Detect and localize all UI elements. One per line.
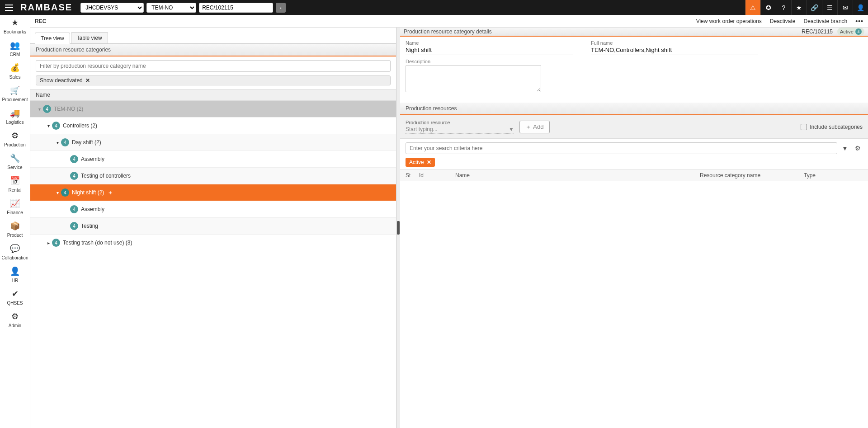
- status-badge: 4: [43, 105, 51, 113]
- plus-icon: ＋: [525, 123, 531, 131]
- active-filter-chip[interactable]: Active ✕: [406, 158, 435, 167]
- star-icon[interactable]: ★: [791, 0, 807, 15]
- nav-input[interactable]: [199, 3, 273, 13]
- sidebar-item-label: HR: [12, 278, 18, 283]
- user-icon[interactable]: 👤: [853, 0, 868, 15]
- nav-go-button[interactable]: ‹: [276, 3, 286, 13]
- tree-row[interactable]: ▾4TEM-NO (2): [30, 101, 396, 118]
- col-cat[interactable]: Resource category name: [700, 172, 804, 179]
- view-work-order-link[interactable]: View work order operations: [696, 18, 762, 24]
- list-icon[interactable]: ☰: [822, 0, 837, 15]
- resource-combo[interactable]: Production resource Start typing... ▼: [406, 120, 514, 134]
- sidebar-icon: 👤: [0, 266, 30, 276]
- more-actions-icon[interactable]: •••: [855, 18, 863, 25]
- sidebar-icon: ★: [0, 18, 30, 28]
- resource-search-input[interactable]: [406, 142, 837, 154]
- fullname-value: TEM-NO,Controllers,Night shift: [591, 47, 758, 55]
- tree-label: Controllers (2): [63, 122, 97, 129]
- sidebar-icon: 👥: [0, 40, 30, 50]
- tab-table-view[interactable]: Table view: [71, 32, 108, 43]
- alert-icon[interactable]: ⚠: [745, 0, 760, 15]
- col-id[interactable]: Id: [419, 172, 455, 179]
- sidebar-item-label: Product: [7, 233, 23, 238]
- sidebar-item-label: Rental: [9, 188, 22, 193]
- chevron-icon[interactable]: ▾: [55, 190, 60, 195]
- col-name[interactable]: Name: [455, 172, 700, 179]
- sidebar-item-service[interactable]: 🔧Service: [0, 151, 30, 173]
- description-textarea[interactable]: [406, 65, 541, 92]
- sidebar: ★Bookmarks👥CRM💰Sales🛒Procurement🚚Logisti…: [0, 15, 30, 428]
- include-sub-checkbox[interactable]: Include subcategories: [801, 124, 863, 130]
- sidebar-item-procurement[interactable]: 🛒Procurement: [0, 83, 30, 105]
- sidebar-item-label: Production: [4, 142, 26, 147]
- logo: RAMBASE: [20, 2, 72, 13]
- tab-tree-view[interactable]: Tree view: [35, 33, 70, 44]
- sidebar-item-production[interactable]: ⚙Production: [0, 128, 30, 151]
- tree-row[interactable]: 4Testing: [30, 218, 396, 235]
- chevron-icon[interactable]: ▾: [55, 140, 60, 145]
- category-filter-input[interactable]: [36, 60, 391, 72]
- name-value[interactable]: Night shift: [406, 47, 573, 55]
- deactivate-branch-link[interactable]: Deactivate branch: [804, 18, 848, 24]
- gear-icon[interactable]: ⚙: [853, 143, 863, 153]
- sidebar-item-finance[interactable]: 📈Finance: [0, 196, 30, 218]
- resources-panel: Production resources Production resource…: [400, 103, 868, 181]
- add-button[interactable]: ＋ Add: [519, 121, 550, 133]
- tree-row[interactable]: ▾4Day shift (2): [30, 134, 396, 151]
- page-header: REC View work order operations Deactivat…: [30, 15, 868, 28]
- sidebar-item-label: Collaboration: [2, 255, 28, 260]
- tree-row[interactable]: ▸4Testing trash (do not use) (3): [30, 235, 396, 251]
- db-select[interactable]: JHCDEVSYS: [80, 3, 144, 13]
- categories-header: Production resource categories: [30, 44, 396, 56]
- sidebar-item-crm[interactable]: 👥CRM: [0, 38, 30, 60]
- sidebar-item-qhses[interactable]: ✔QHSES: [0, 286, 30, 309]
- topbar: RAMBASE JHCDEVSYS TEM-NO ‹ ⚠ ✪ ? ★ 🔗 ☰ ✉…: [0, 0, 868, 15]
- sidebar-item-admin[interactable]: ⚙Admin: [0, 309, 30, 331]
- plus-icon[interactable]: ＋: [108, 189, 113, 197]
- sidebar-item-bookmarks[interactable]: ★Bookmarks: [0, 15, 30, 38]
- sidebar-icon: 💬: [0, 244, 30, 254]
- tree-label: Assembly: [81, 156, 104, 162]
- status-badge: 4: [70, 222, 78, 230]
- tree-row[interactable]: 4Assembly: [30, 151, 396, 168]
- col-st[interactable]: St: [406, 172, 419, 179]
- sidebar-icon: ⚙: [0, 311, 30, 321]
- col-type[interactable]: Type: [804, 172, 863, 179]
- sidebar-item-collaboration[interactable]: 💬Collaboration: [0, 241, 30, 263]
- sidebar-item-label: Procurement: [2, 97, 28, 102]
- status-badge: 4: [70, 205, 78, 213]
- chevron-icon[interactable]: ▸: [46, 240, 51, 245]
- close-icon[interactable]: ✕: [427, 159, 431, 165]
- checkbox-icon[interactable]: [801, 124, 807, 130]
- link-icon[interactable]: 🔗: [807, 0, 822, 15]
- show-deactivated-chip[interactable]: Show deactivated ✕: [36, 75, 391, 85]
- sidebar-item-hr[interactable]: 👤HR: [0, 263, 30, 286]
- deactivate-link[interactable]: Deactivate: [770, 18, 796, 24]
- tree-row[interactable]: ▾4Night shift (2)＋: [30, 184, 396, 201]
- help-icon[interactable]: ?: [776, 0, 791, 15]
- sidebar-icon: 🔧: [0, 153, 30, 163]
- close-icon[interactable]: ✕: [85, 77, 90, 84]
- sidebar-icon: ⚙: [0, 131, 30, 141]
- tree-row[interactable]: 4Testing of controllers: [30, 168, 396, 184]
- hamburger-icon[interactable]: [0, 0, 18, 15]
- chevron-icon[interactable]: ▾: [46, 123, 51, 128]
- sidebar-item-logistics[interactable]: 🚚Logistics: [0, 105, 30, 128]
- sidebar-item-sales[interactable]: 💰Sales: [0, 60, 30, 83]
- filter-icon[interactable]: ▼: [840, 143, 850, 153]
- company-select[interactable]: TEM-NO: [146, 3, 196, 13]
- resources-header: Production resources: [400, 103, 868, 115]
- tree-row[interactable]: ▾4Controllers (2): [30, 118, 396, 134]
- chevron-down-icon[interactable]: ▼: [509, 126, 514, 132]
- splitter[interactable]: [396, 28, 400, 428]
- status-badge: 4: [52, 122, 60, 130]
- tree-label: Assembly: [81, 206, 104, 212]
- tree-row[interactable]: 4Assembly: [30, 201, 396, 218]
- sidebar-item-product[interactable]: 📦Product: [0, 218, 30, 241]
- check-icon[interactable]: ✪: [760, 0, 776, 15]
- sidebar-item-label: Admin: [9, 323, 21, 328]
- mail-icon[interactable]: ✉: [837, 0, 853, 15]
- tabs: Tree view Table view: [30, 28, 396, 44]
- sidebar-item-rental[interactable]: 📅Rental: [0, 173, 30, 196]
- chevron-icon[interactable]: ▾: [37, 107, 42, 112]
